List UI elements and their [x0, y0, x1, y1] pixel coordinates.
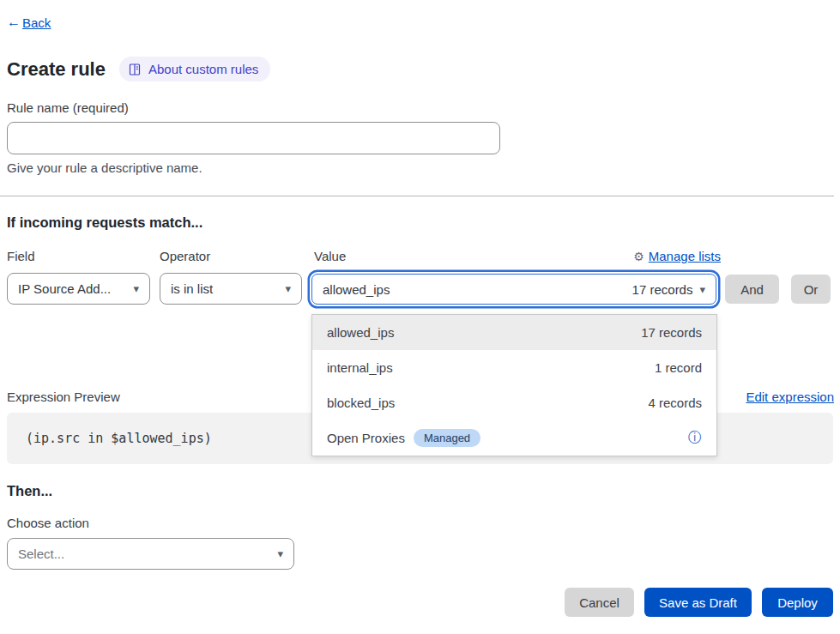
info-icon[interactable]: ⓘ	[688, 429, 702, 447]
expression-code: (ip.src in $allowed_ips)	[26, 431, 212, 446]
expression-preview-label: Expression Preview	[7, 389, 120, 404]
deploy-button[interactable]: Deploy	[762, 588, 833, 617]
list-option-blocked-ips[interactable]: blocked_ips 4 records	[312, 385, 716, 420]
managed-badge: Managed	[414, 429, 480, 447]
save-as-draft-button[interactable]: Save as Draft	[644, 588, 752, 617]
list-option-open-proxies[interactable]: Open Proxies Managed ⓘ	[312, 420, 716, 456]
value-combobox[interactable]: allowed_ips 17 records ▾	[311, 274, 716, 305]
and-button[interactable]: And	[725, 275, 779, 304]
about-custom-rules-label: About custom rules	[148, 62, 258, 76]
then-section-heading: Then...	[7, 483, 52, 499]
rule-name-input[interactable]	[7, 122, 500, 154]
chevron-down-icon: ▾	[277, 547, 283, 560]
rule-name-helper-text: Give your rule a descriptive name.	[7, 160, 202, 175]
section-divider	[0, 196, 834, 196]
operator-select-value: is in list	[171, 281, 213, 296]
action-select-placeholder: Select...	[18, 546, 64, 561]
manage-lists-link[interactable]: ⚙ Manage lists	[633, 249, 721, 263]
operator-select[interactable]: is in list ▾	[160, 273, 302, 305]
create-rule-page: ← Back Create rule About custom rules Ru…	[0, 0, 840, 634]
book-icon	[128, 63, 142, 76]
edit-expression-link[interactable]: Edit expression	[746, 389, 834, 404]
list-option-allowed-ips[interactable]: allowed_ips 17 records	[312, 315, 716, 350]
rule-name-label: Rule name (required)	[7, 100, 129, 115]
back-arrow-icon: ←	[7, 15, 21, 30]
field-label: Field	[7, 249, 35, 263]
list-option-count: 17 records	[641, 325, 702, 340]
title-row: Create rule About custom rules	[7, 57, 270, 82]
gear-icon: ⚙	[633, 250, 644, 263]
back-link[interactable]: ← Back	[7, 15, 51, 30]
manage-lists-label: Manage lists	[649, 249, 721, 263]
about-custom-rules-link[interactable]: About custom rules	[119, 57, 270, 82]
chevron-down-icon: ▾	[699, 283, 705, 296]
chevron-down-icon: ▾	[285, 282, 291, 295]
list-dropdown-panel: allowed_ips 17 records internal_ips 1 re…	[311, 314, 717, 456]
operator-label: Operator	[160, 249, 210, 263]
list-option-name: allowed_ips	[327, 325, 394, 340]
cancel-button[interactable]: Cancel	[565, 588, 634, 617]
list-option-count: 1 record	[655, 360, 702, 375]
choose-action-label: Choose action	[7, 516, 89, 530]
list-option-count: 4 records	[648, 395, 702, 410]
back-link-label: Back	[22, 15, 51, 30]
field-select[interactable]: IP Source Add... ▾	[7, 273, 150, 305]
list-option-name: blocked_ips	[327, 395, 395, 410]
list-option-name: Open Proxies	[327, 431, 405, 445]
chevron-down-icon: ▾	[133, 282, 139, 295]
value-label: Value	[314, 249, 346, 263]
or-button[interactable]: Or	[791, 275, 831, 304]
match-section-heading: If incoming requests match...	[7, 214, 202, 231]
action-select[interactable]: Select... ▾	[7, 538, 294, 570]
page-title: Create rule	[7, 58, 106, 81]
field-select-value: IP Source Add...	[18, 281, 111, 296]
list-option-internal-ips[interactable]: internal_ips 1 record	[312, 350, 716, 385]
value-selected-name: allowed_ips	[323, 282, 390, 297]
value-selected-count: 17 records	[632, 282, 693, 297]
list-option-name: internal_ips	[327, 360, 393, 375]
